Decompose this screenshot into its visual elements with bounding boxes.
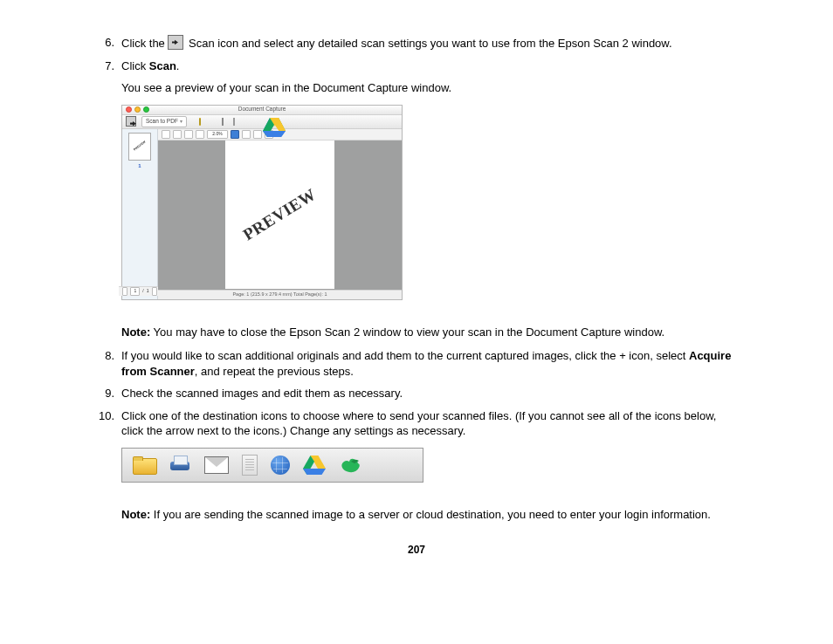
step-number: 6. xyxy=(93,35,114,51)
mail-icon[interactable] xyxy=(204,456,229,474)
step-7-line: Click Scan. xyxy=(121,59,179,72)
step-6-pre: Click the xyxy=(121,37,168,50)
tool-button[interactable] xyxy=(242,130,251,139)
step-number: 10. xyxy=(93,408,114,439)
note-2: Note: If you are sending the scanned ima… xyxy=(121,507,740,523)
scan-to-label: Scan to PDF xyxy=(146,118,178,126)
window-titlebar: Document Capture xyxy=(122,106,402,115)
preview-canvas: PREVIEW xyxy=(158,140,402,290)
status-bar: Page: 1 (215.9 x 279.4 mm) Total Page(s)… xyxy=(158,290,402,299)
tool-button[interactable] xyxy=(253,130,262,139)
document-icon[interactable] xyxy=(242,455,258,476)
preview-watermark: PREVIEW xyxy=(239,183,321,246)
prev-button[interactable] xyxy=(122,287,127,296)
thumbnail-preview-text: PREVIEW xyxy=(133,140,147,153)
step-7-bold: Scan xyxy=(149,59,176,72)
step-number: 7. xyxy=(93,58,114,96)
next-button[interactable] xyxy=(152,287,157,296)
destination-toolbar xyxy=(121,448,423,483)
page-total: 1 xyxy=(147,288,149,294)
step-6-post: Scan icon and select any detailed scan s… xyxy=(185,37,671,50)
scan-icon xyxy=(168,35,183,50)
zoom-select[interactable]: 2.0% xyxy=(207,130,228,139)
thumbnail-page-number: 1 xyxy=(138,162,141,169)
step-8-text: If you would like to scan additional ori… xyxy=(121,348,740,379)
window-title: Document Capture xyxy=(122,106,402,113)
evernote-icon[interactable] xyxy=(339,456,361,475)
page-input[interactable]: 1 xyxy=(130,287,140,296)
main-toolbar: Scan to PDF ▾ xyxy=(122,115,402,129)
folder-icon[interactable] xyxy=(133,456,155,473)
google-drive-icon[interactable] xyxy=(303,456,326,475)
scan-to-dropdown[interactable]: Scan to PDF ▾ xyxy=(141,116,187,127)
step-9-text: Check the scanned images and edit them a… xyxy=(121,386,740,401)
folder-icon[interactable] xyxy=(199,118,201,126)
note-text: You may have to close the Epson Scan 2 w… xyxy=(150,325,664,339)
zoom-out-button[interactable] xyxy=(173,130,182,139)
scan-icon[interactable] xyxy=(126,116,136,127)
rotate-button[interactable] xyxy=(196,130,204,139)
page-number: 207 xyxy=(93,543,740,557)
thumbnail-sidebar: PREVIEW 1 1 / 1 xyxy=(122,129,158,299)
google-drive-icon[interactable] xyxy=(263,118,272,126)
chevron-down-icon: ▾ xyxy=(180,118,182,125)
printer-icon[interactable] xyxy=(169,456,191,475)
preview-page[interactable]: PREVIEW xyxy=(225,140,334,289)
svg-marker-12 xyxy=(303,469,326,475)
fit-button[interactable] xyxy=(184,130,193,139)
step-7-pre: Click xyxy=(121,59,149,72)
note-label: Note: xyxy=(121,508,150,521)
step-8-pre: If you would like to scan additional ori… xyxy=(121,349,689,362)
edit-button[interactable] xyxy=(231,130,239,139)
document-capture-window: Document Capture Scan to PDF ▾ PREVIEW 1 xyxy=(121,105,403,300)
step-7-post: . xyxy=(176,59,180,72)
step-10-text: Click one of the destination icons to ch… xyxy=(121,408,740,439)
zoom-in-button[interactable] xyxy=(162,130,170,139)
mail-icon[interactable] xyxy=(222,118,224,126)
step-number: 9. xyxy=(93,386,114,401)
thumbnail[interactable]: PREVIEW xyxy=(128,133,151,161)
web-icon[interactable] xyxy=(271,456,290,475)
svg-marker-8 xyxy=(263,131,286,137)
note-label: Note: xyxy=(121,325,150,339)
step-6-text: Click the Scan icon and select any detai… xyxy=(121,35,740,51)
document-icon[interactable] xyxy=(233,118,235,126)
note-1: Note: You may have to close the Epson Sc… xyxy=(121,325,740,340)
step-8-post: , and repeat the previous steps. xyxy=(195,365,354,378)
step-7-sub: You see a preview of your scan in the Do… xyxy=(121,80,740,96)
step-number: 8. xyxy=(93,348,114,379)
note-text: If you are sending the scanned image to … xyxy=(150,508,711,521)
